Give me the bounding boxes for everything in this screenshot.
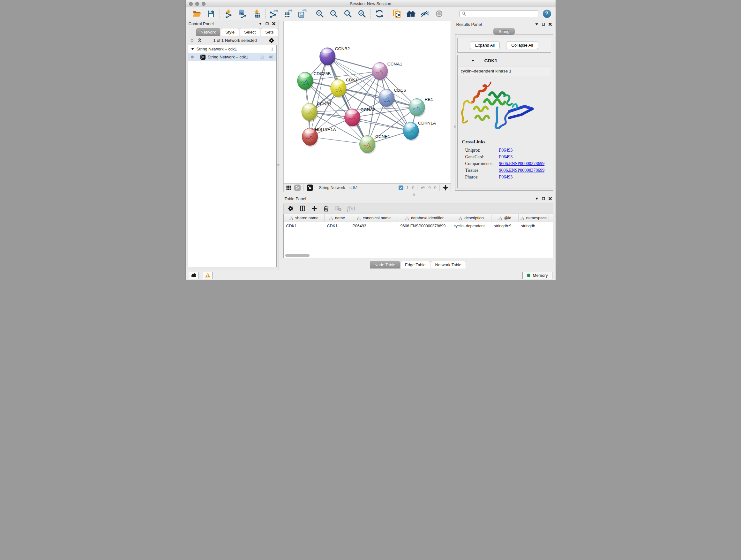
collapse-all-button[interactable]: Collapse All — [506, 41, 538, 49]
crosslink-tissues-[interactable]: 9606.ENSP00000378699 — [499, 168, 551, 173]
table-cell[interactable]: CDK1 — [284, 224, 325, 228]
table-row[interactable]: CDK1CDK1P064939606.ENSP00000378699cyclin… — [284, 222, 553, 230]
results-panel-collapse-icon[interactable] — [535, 22, 539, 26]
column-type-icon — [329, 216, 333, 220]
crosslink-genecard-[interactable]: P06493 — [499, 154, 551, 160]
fit-content-crosshair-icon[interactable] — [443, 185, 448, 191]
tab-edge-table[interactable]: Edge Table — [401, 261, 430, 268]
expand-all-networks-icon[interactable] — [198, 38, 202, 43]
left-splitter-handle[interactable] — [277, 164, 280, 166]
tab-network[interactable]: Network — [196, 28, 220, 36]
network-collection-row[interactable]: String Network – cdk1 1 — [188, 45, 276, 53]
tab-network-table[interactable]: Network Table — [431, 261, 466, 268]
column-type-icon — [520, 216, 524, 220]
network-graph[interactable]: CCNB2CCNA1CDC25BCDK1CDC6RB1CCNB1CCNA2CDK… — [284, 21, 451, 183]
horizontal-splitter-handle[interactable] — [413, 193, 415, 196]
save-session-button[interactable] — [206, 9, 215, 18]
tab-sets[interactable]: Sets — [261, 28, 278, 36]
gene-header[interactable]: CDK1 — [458, 55, 551, 66]
import-table-button[interactable] — [252, 9, 261, 18]
search-input[interactable] — [459, 10, 538, 17]
export-image-button[interactable] — [298, 9, 307, 18]
column-header-shared-name[interactable]: shared name — [284, 214, 325, 222]
table-cell[interactable]: CDK1 — [325, 224, 350, 228]
network-edge[interactable] — [310, 57, 327, 137]
table-panel-collapse-icon[interactable] — [535, 197, 539, 200]
table-tabs: Node TableEdge TableNetwork Table — [283, 259, 553, 270]
table-cell[interactable]: 9606.ENSP00000378699 — [398, 224, 451, 228]
network-overview-share-button[interactable] — [294, 185, 300, 191]
column-header-database-identifier[interactable]: database identifier — [398, 214, 451, 222]
string-documents-icon — [393, 9, 401, 18]
search-field[interactable] — [468, 11, 536, 16]
expand-all-button[interactable]: Expand All — [470, 41, 500, 49]
control-panel-collapse-icon[interactable] — [259, 22, 262, 25]
column-header-description[interactable]: description — [451, 214, 491, 222]
export-table-button[interactable] — [284, 9, 293, 18]
open-session-button[interactable] — [192, 9, 201, 18]
column-header--id[interactable]: @id — [491, 214, 519, 222]
selected-checkbox-icon[interactable] — [399, 186, 403, 190]
results-panel-float-icon[interactable] — [542, 22, 545, 26]
minimize-window-button[interactable] — [195, 2, 199, 6]
tab-node-table[interactable]: Node Table — [370, 261, 400, 268]
import-table-icon — [252, 9, 261, 18]
network-canvas[interactable]: CCNB2CCNA1CDC25BCDK1CDC6RB1CCNB1CCNA2CDK… — [283, 21, 451, 183]
string-import-button[interactable] — [393, 9, 401, 18]
collection-expander-icon[interactable] — [191, 47, 194, 51]
export-network-button[interactable] — [270, 9, 279, 18]
add-column-icon[interactable] — [311, 205, 318, 212]
control-panel-float-icon[interactable] — [265, 22, 269, 25]
show-labels-button[interactable] — [434, 9, 444, 18]
zoom-fit-button[interactable] — [343, 9, 352, 18]
right-splitter-handle[interactable] — [454, 125, 456, 128]
table-cell[interactable]: stringdb:9... — [491, 224, 519, 228]
zoom-selected-button[interactable] — [357, 9, 366, 18]
table-cell[interactable]: cyclin–dependent ... — [451, 224, 491, 228]
network-options-gear-icon[interactable] — [268, 37, 274, 44]
zoom-window-button[interactable] — [202, 2, 205, 6]
control-panel: Control Panel NetworkStyleSelectSets 1 o… — [186, 20, 279, 270]
crosslink-compartments-[interactable]: 9606.ENSP00000378699 — [499, 161, 551, 166]
node-label-ccna2: CCNA2 — [360, 107, 375, 112]
node-label-rb1: RB1 — [424, 97, 433, 102]
help-button[interactable]: ? — [543, 10, 551, 18]
zoom-out-button[interactable] — [329, 9, 338, 18]
crosslink-uniprot-[interactable]: P06493 — [499, 148, 551, 153]
cloud-status-button[interactable] — [189, 272, 199, 279]
string-hide-glass-button[interactable] — [421, 9, 429, 18]
column-header-canonical-name[interactable]: canonical name — [350, 214, 398, 222]
collapse-all-networks-icon[interactable] — [190, 38, 194, 43]
close-window-button[interactable] — [189, 2, 193, 6]
node-label-cdc6: CDC6 — [394, 88, 406, 92]
import-network-database-button[interactable] — [238, 9, 247, 18]
zoom-in-button[interactable] — [315, 9, 324, 18]
results-panel-close-icon[interactable] — [548, 22, 552, 26]
string-home-button[interactable] — [407, 9, 415, 18]
table-options-gear-icon[interactable] — [287, 205, 294, 212]
memory-button[interactable]: Memory — [522, 272, 552, 279]
control-panel-close-icon[interactable] — [272, 22, 276, 25]
table-horizontal-scrollbar[interactable] — [285, 254, 310, 257]
tab-string[interactable]: String — [493, 28, 515, 35]
node-label-cdc25b: CDC25B — [313, 71, 331, 76]
delete-column-trash-icon[interactable] — [323, 205, 329, 212]
tab-select[interactable]: Select — [240, 28, 260, 36]
collection-name: String Network – cdk1 — [197, 47, 237, 51]
birds-eye-grid-button[interactable] — [286, 185, 291, 191]
column-header-namespace[interactable]: namespace — [519, 214, 549, 222]
show-columns-icon[interactable] — [299, 205, 306, 212]
table-cell[interactable]: stringdb — [519, 224, 549, 228]
gene-collapse-icon[interactable] — [471, 59, 475, 63]
column-header-name[interactable]: name — [325, 214, 350, 222]
detach-view-button[interactable] — [307, 185, 313, 191]
warnings-button[interactable] — [203, 272, 212, 279]
table-cell[interactable]: P06493 — [350, 224, 398, 228]
import-network-file-button[interactable] — [224, 9, 233, 18]
table-panel-float-icon[interactable] — [542, 197, 545, 200]
table-panel-close-icon[interactable] — [548, 197, 552, 200]
apply-layout-button[interactable] — [375, 9, 384, 18]
tab-style[interactable]: Style — [221, 28, 239, 36]
crosslink-pharos-[interactable]: P06493 — [499, 175, 551, 180]
network-row[interactable]: String Network – cdk1 11 48 — [188, 53, 276, 61]
